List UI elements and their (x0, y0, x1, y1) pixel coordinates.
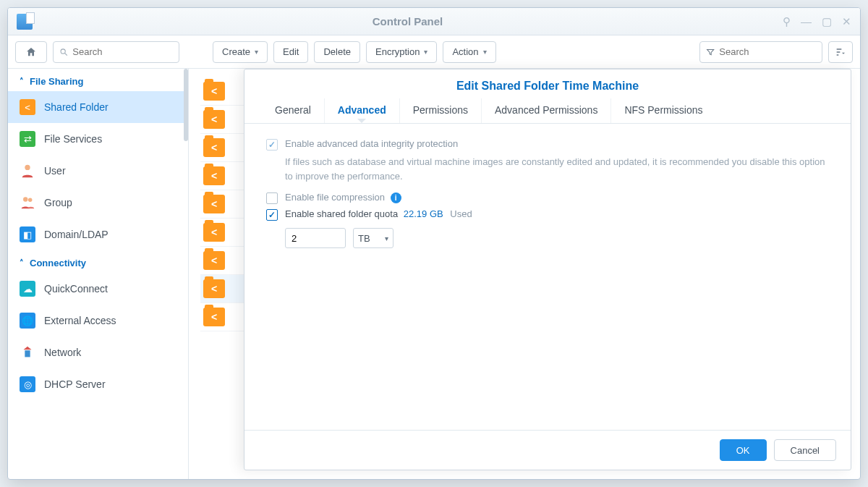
svg-point-0 (61, 48, 65, 53)
option-label: Enable shared folder quota 22.19 GB Used (285, 208, 472, 219)
folder-icon (203, 138, 225, 157)
sidebar-search-input[interactable] (72, 46, 173, 57)
modal-footer: OK Cancel (244, 430, 851, 470)
folder-icon (203, 82, 225, 101)
svg-rect-5 (25, 350, 30, 357)
delete-button[interactable]: Delete (314, 41, 360, 63)
tab-advanced[interactable]: Advanced (325, 98, 400, 123)
scrollbar[interactable] (184, 69, 188, 141)
sidebar-item-label: DHCP Server (44, 378, 106, 390)
sidebar-item-network[interactable]: Network (8, 336, 188, 368)
tab-general[interactable]: General (262, 98, 325, 123)
home-button[interactable] (15, 41, 47, 63)
section-file-sharing[interactable]: ˄ File Sharing (8, 69, 188, 91)
share-icon: < (20, 99, 35, 115)
home-icon (25, 46, 37, 58)
sidebar-item-domain-ldap[interactable]: ◧ Domain/LDAP (8, 219, 188, 250)
sidebar-item-label: Group (44, 197, 72, 208)
checkbox-data-integrity[interactable] (266, 139, 278, 151)
chevron-down-icon: ▾ (483, 48, 487, 56)
minimize-icon[interactable]: — (801, 15, 812, 28)
pin-icon[interactable]: ⚲ (783, 15, 791, 28)
folder-icon (203, 223, 225, 242)
sidebar-item-group[interactable]: Group (8, 187, 188, 219)
chevron-down-icon: ▾ (385, 234, 388, 242)
sidebar-item-label: File Services (44, 133, 102, 145)
sidebar-item-label: Network (44, 347, 81, 358)
sidebar: ˄ File Sharing < Shared Folder ⇄ File Se… (8, 69, 189, 479)
window-title: Control Panel (33, 15, 783, 27)
user-icon (20, 163, 35, 179)
close-icon[interactable]: ✕ (842, 15, 851, 28)
folder-icon (203, 166, 225, 185)
encryption-label: Encryption (375, 46, 420, 57)
svg-line-1 (65, 53, 67, 55)
modal-title: Edit Shared Folder Time Machine (244, 69, 851, 98)
modal-body: Enable advanced data integrity protectio… (244, 124, 851, 430)
filter-search[interactable] (699, 41, 822, 63)
quota-used-label: Used (450, 208, 472, 219)
sidebar-item-label: External Access (44, 315, 116, 326)
checkbox-folder-quota[interactable] (266, 209, 278, 221)
sidebar-item-external-access[interactable]: 🌐 External Access (8, 305, 188, 336)
info-icon[interactable]: i (391, 192, 401, 203)
sidebar-item-shared-folder[interactable]: < Shared Folder (8, 91, 188, 123)
edit-shared-folder-dialog: Edit Shared Folder Time Machine General … (244, 69, 851, 470)
action-button[interactable]: Action▾ (443, 41, 495, 63)
folder-icon (203, 251, 225, 270)
sidebar-item-file-services[interactable]: ⇄ File Services (8, 123, 188, 155)
globe-icon: 🌐 (20, 313, 35, 329)
chevron-up-icon: ˄ (20, 77, 24, 86)
folder-icon (203, 308, 225, 326)
edit-button[interactable]: Edit (273, 41, 308, 63)
folder-icon (203, 279, 225, 298)
action-label: Action (452, 46, 478, 57)
titlebar: Control Panel ⚲ — ▢ ✕ (8, 8, 860, 35)
option-label-text: Enable file compression (285, 192, 385, 203)
search-icon (59, 47, 68, 57)
checkbox-file-compression[interactable] (266, 192, 278, 204)
create-label: Create (222, 46, 250, 57)
maximize-icon[interactable]: ▢ (822, 15, 832, 28)
option-data-integrity: Enable advanced data integrity protectio… (266, 138, 829, 151)
folder-icon (203, 195, 225, 213)
quota-value-input[interactable] (285, 228, 346, 248)
tab-permissions[interactable]: Permissions (400, 98, 482, 123)
sort-icon (835, 46, 846, 58)
section-title: Connectivity (30, 258, 86, 268)
network-icon (20, 344, 35, 360)
sidebar-item-quickconnect[interactable]: ☁ QuickConnect (8, 273, 188, 305)
svg-point-3 (23, 197, 27, 201)
tab-nfs-permissions[interactable]: NFS Permissions (611, 98, 715, 123)
quota-input-row: TB ▾ (285, 228, 829, 248)
quota-used-value: 22.19 GB (404, 208, 443, 219)
chevron-up-icon: ˄ (20, 258, 24, 268)
sidebar-item-label: Shared Folder (44, 101, 109, 113)
option-file-compression: Enable file compression i (266, 192, 829, 204)
sidebar-item-dhcp-server[interactable]: ◎ DHCP Server (8, 368, 188, 400)
tab-advanced-permissions[interactable]: Advanced Permissions (482, 98, 611, 123)
chevron-down-icon: ▾ (255, 48, 258, 56)
control-panel-window: Control Panel ⚲ — ▢ ✕ Create▾ Edit Delet… (7, 7, 861, 480)
cloud-icon: ☁ (20, 281, 35, 297)
option-label-text: Enable shared folder quota (285, 208, 398, 219)
cancel-button[interactable]: Cancel (774, 439, 836, 461)
create-button[interactable]: Create▾ (213, 41, 268, 63)
option-label: Enable file compression i (285, 192, 401, 203)
window-controls: ⚲ — ▢ ✕ (783, 15, 851, 28)
folder-icon (203, 110, 225, 129)
section-title: File Sharing (30, 76, 83, 87)
encryption-button[interactable]: Encryption▾ (366, 41, 437, 63)
svg-point-2 (25, 165, 30, 170)
ok-button[interactable]: OK (720, 439, 767, 461)
option-label: Enable advanced data integrity protectio… (285, 138, 458, 149)
sidebar-search[interactable] (53, 41, 179, 63)
svg-point-4 (28, 198, 32, 203)
sidebar-item-user[interactable]: User (8, 155, 188, 187)
sort-button[interactable] (828, 41, 853, 63)
section-connectivity[interactable]: ˄ Connectivity (8, 250, 188, 273)
quota-unit-select[interactable]: TB ▾ (353, 228, 393, 248)
option-folder-quota: Enable shared folder quota 22.19 GB Used (266, 208, 829, 221)
chevron-down-icon: ▾ (424, 48, 427, 56)
filter-search-input[interactable] (719, 46, 816, 57)
